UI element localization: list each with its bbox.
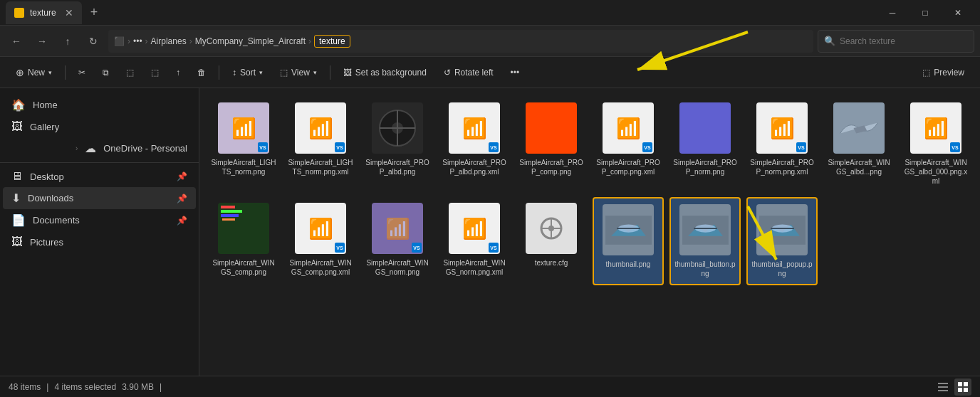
view-button[interactable]: ⬚ View ▾ bbox=[273, 62, 324, 83]
forward-button[interactable]: → bbox=[31, 31, 53, 52]
preview-button[interactable]: ⬚ Preview bbox=[915, 62, 971, 83]
file-item[interactable]: 📶 VS SimpleAircraft_WINGS_albd_000.png.x… bbox=[900, 97, 971, 191]
file-name: SimpleAircraft_LIGHTS_norm.png.xml bbox=[288, 158, 353, 176]
close-button[interactable]: ✕ bbox=[942, 0, 974, 26]
file-item[interactable]: texture.cfg bbox=[516, 197, 587, 285]
grid-view-button[interactable] bbox=[954, 379, 971, 396]
refresh-button[interactable]: ↻ bbox=[83, 31, 104, 52]
separator-1 bbox=[65, 65, 66, 80]
file-name: thumbnail_button.png bbox=[674, 260, 736, 278]
preview-icon: ⬚ bbox=[922, 68, 930, 78]
list-view-button[interactable] bbox=[934, 379, 952, 396]
up-button[interactable]: ↑ bbox=[57, 31, 78, 52]
downloads-icon: ⬇ bbox=[11, 191, 21, 205]
file-name: SimpleAircraft_WINGS_norm.png bbox=[365, 258, 430, 277]
sidebar: 🏠 Home 🖼 Gallery › ☁ OneDrive - Personal… bbox=[0, 88, 199, 376]
svg-point-8 bbox=[548, 226, 554, 231]
view-toggle bbox=[934, 379, 971, 396]
file-name: SimpleAircraft_PROP_comp.png.xml bbox=[595, 158, 661, 176]
file-item[interactable]: 📶 VS SimpleAircraft_PROP_albd.png.xml bbox=[439, 97, 510, 191]
sidebar-item-pictures[interactable]: 🖼 Pictures bbox=[3, 231, 196, 253]
sidebar-item-gallery[interactable]: 🖼 Gallery bbox=[3, 116, 196, 137]
share-button[interactable]: ↑ bbox=[169, 62, 187, 83]
delete-button[interactable]: 🗑 bbox=[190, 62, 213, 83]
view-chevron-icon: ▾ bbox=[313, 69, 317, 76]
file-item[interactable]: SimpleAircraft_PROP_norm.png bbox=[669, 97, 741, 191]
paste-button[interactable]: ⬚ bbox=[119, 62, 141, 83]
sidebar-item-gallery-label: Gallery bbox=[30, 122, 59, 132]
sidebar-item-home[interactable]: 🏠 Home bbox=[3, 94, 196, 116]
file-item-thumbnail-button[interactable]: thumbnail_button.png bbox=[669, 197, 741, 285]
cut-icon: ✂ bbox=[78, 68, 85, 78]
svg-rect-24 bbox=[964, 388, 968, 392]
view-label: View bbox=[291, 68, 310, 78]
file-item-thumbnail-popup[interactable]: thumbnail_popup.png bbox=[746, 197, 818, 285]
background-label: Set as background bbox=[355, 68, 427, 78]
sort-label: Sort bbox=[240, 68, 256, 78]
breadcrumb-current[interactable]: texture bbox=[314, 35, 350, 48]
rotate-button[interactable]: ↺ Rotate left bbox=[437, 62, 501, 83]
folder-icon bbox=[14, 8, 24, 18]
search-input[interactable] bbox=[840, 36, 968, 46]
sidebar-item-downloads[interactable]: ⬇ Downloads 📌 bbox=[3, 187, 196, 209]
rename-button[interactable]: ⬚ bbox=[144, 62, 166, 83]
file-name: SimpleAircraft_PROP_comp.png bbox=[518, 158, 584, 176]
copy-button[interactable]: ⧉ bbox=[95, 62, 116, 83]
new-tab-button[interactable]: + bbox=[85, 5, 104, 20]
tab-close-button[interactable]: ✕ bbox=[65, 7, 73, 18]
status-separator-1: | bbox=[46, 382, 48, 392]
file-item[interactable]: 📶 VS SimpleAircraft_PROP_norm.png.xml bbox=[746, 97, 818, 191]
delete-icon: 🗑 bbox=[197, 68, 206, 78]
file-item[interactable]: SimpleAircraft_PROP_comp.png bbox=[516, 97, 587, 191]
separator-2 bbox=[219, 65, 219, 80]
sort-chevron-icon: ▾ bbox=[259, 69, 263, 76]
file-item-thumbnail[interactable]: thumbnail.png bbox=[593, 197, 664, 285]
sidebar-item-desktop-label: Desktop bbox=[30, 171, 64, 182]
more-button[interactable]: ••• bbox=[504, 62, 527, 83]
sidebar-item-desktop[interactable]: 🖥 Desktop 📌 bbox=[3, 166, 196, 187]
separator-3 bbox=[330, 65, 330, 80]
file-item[interactable]: 📶 VS SimpleAircraft_LIGHTS_norm.png bbox=[208, 97, 279, 191]
svg-rect-23 bbox=[958, 388, 962, 392]
file-item[interactable]: SimpleAircraft_WINGS_comp.png bbox=[208, 197, 279, 285]
minimize-button[interactable]: ─ bbox=[876, 0, 909, 26]
sidebar-item-documents[interactable]: 📄 Documents 📌 bbox=[3, 209, 196, 231]
status-bar: 48 items | 4 items selected 3.90 MB | bbox=[0, 376, 980, 397]
search-box[interactable]: 🔍 bbox=[818, 30, 974, 53]
new-button[interactable]: ⊕ New ▾ bbox=[9, 62, 59, 83]
back-button[interactable]: ← bbox=[6, 31, 27, 52]
active-tab[interactable]: texture ✕ bbox=[6, 1, 82, 24]
toolbar: ⊕ New ▾ ✂ ⧉ ⬚ ⬚ ↑ 🗑 ↕ Sort ▾ ⬚ View ▾ 🖼 … bbox=[0, 57, 980, 88]
file-item[interactable]: 📶 VS SimpleAircraft_WINGS_norm.png bbox=[362, 197, 433, 285]
rename-icon: ⬚ bbox=[151, 68, 159, 78]
file-item[interactable]: 📶 VS SimpleAircraft_PROP_comp.png.xml bbox=[593, 97, 664, 191]
home-icon: 🏠 bbox=[11, 98, 26, 112]
file-size: 3.90 MB bbox=[122, 382, 154, 392]
file-name: thumbnail_popup.png bbox=[751, 260, 813, 278]
breadcrumb-company[interactable]: MyCompany_Simple_Aircraft bbox=[195, 36, 306, 46]
file-name: SimpleAircraft_WINGS_albd...png bbox=[826, 158, 892, 176]
more-icon: ••• bbox=[511, 68, 520, 78]
breadcrumb-more[interactable]: ••• bbox=[133, 36, 142, 46]
pictures-icon: 🖼 bbox=[11, 235, 23, 248]
file-item[interactable]: 📶 VS SimpleAircraft_LIGHTS_norm.png.xml bbox=[285, 97, 356, 191]
background-button[interactable]: 🖼 Set as background bbox=[336, 62, 434, 83]
breadcrumb[interactable]: ⬛ › ••• › Airplanes › MyCompany_Simple_A… bbox=[108, 30, 813, 53]
file-item[interactable]: 📶 VS SimpleAircraft_WINGS_norm.png.xml bbox=[439, 197, 510, 285]
file-name: texture.cfg bbox=[535, 258, 568, 268]
file-item[interactable]: SimpleAircraft_WINGS_albd...png bbox=[823, 97, 895, 191]
content-area: 📶 VS SimpleAircraft_LIGHTS_norm.png 📶 VS… bbox=[199, 88, 980, 376]
cut-button[interactable]: ✂ bbox=[71, 62, 93, 83]
sidebar-item-onedrive[interactable]: › ☁ OneDrive - Personal bbox=[3, 137, 196, 159]
breadcrumb-airplanes[interactable]: Airplanes bbox=[151, 36, 187, 46]
background-icon: 🖼 bbox=[343, 68, 352, 78]
sidebar-item-pictures-label: Pictures bbox=[30, 237, 63, 248]
maximize-button[interactable]: □ bbox=[909, 0, 942, 26]
sort-button[interactable]: ↕ Sort ▾ bbox=[225, 62, 270, 83]
rotate-label: Rotate left bbox=[454, 68, 494, 78]
item-count: 48 items bbox=[9, 382, 41, 392]
file-item[interactable]: SimpleAircraft_PROP_albd.png bbox=[362, 97, 433, 191]
sidebar-item-downloads-label: Downloads bbox=[28, 193, 73, 203]
file-item[interactable]: 📶 VS SimpleAircraft_WINGS_comp.png.xml bbox=[285, 197, 356, 285]
breadcrumb-device[interactable]: ⬛ bbox=[114, 36, 125, 46]
